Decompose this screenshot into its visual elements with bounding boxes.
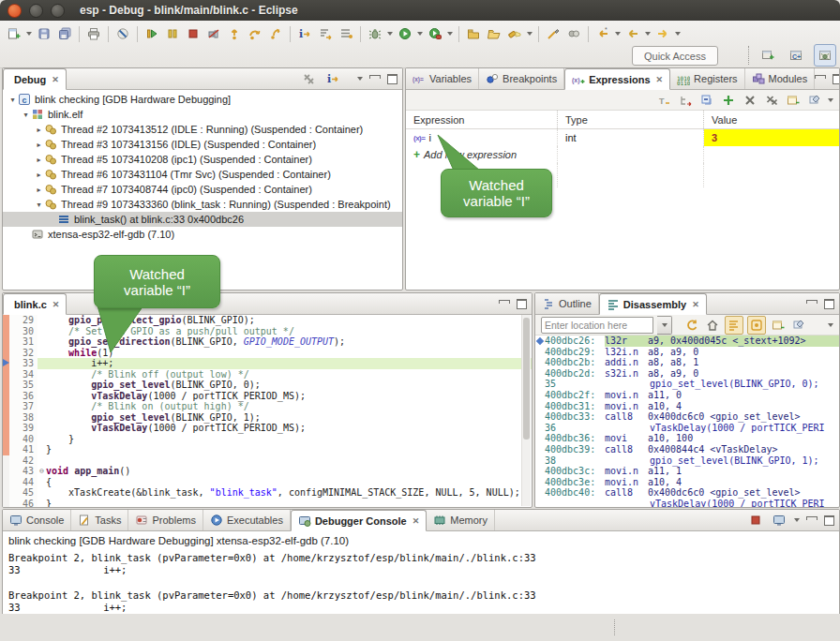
debug-tree-row[interactable]: ▸Thread #2 1073413512 (IDLE : Running) (… (3, 122, 402, 137)
last-edit-location-dropdown[interactable] (613, 23, 622, 44)
console-output[interactable]: blink checking [GDB Hardware Debugging] … (3, 531, 839, 616)
gutter-annotation[interactable] (3, 391, 9, 402)
window-minimize-button[interactable] (29, 4, 43, 18)
gutter-annotation[interactable] (3, 348, 9, 359)
show-type-names-button[interactable]: T (655, 92, 672, 109)
run-launch-button[interactable] (395, 23, 415, 44)
open-perspective-button[interactable] (758, 45, 778, 66)
gutter-annotation[interactable] (3, 455, 9, 467)
debug-tree-row[interactable]: ▸Thread #7 1073408744 (ipc0) (Suspended … (3, 182, 402, 197)
remove-all-expressions-button[interactable] (763, 92, 780, 109)
remove-all-terminated-button[interactable] (300, 70, 317, 87)
debug-tree-row[interactable]: blink_task() at blink.c:33 0x400dbc26 (3, 212, 402, 227)
tab-close-icon[interactable]: ✕ (412, 516, 420, 526)
tree-expander-icon[interactable]: ▾ (8, 96, 17, 104)
skip-all-breakpoints-button[interactable] (112, 23, 133, 44)
back-button[interactable] (622, 23, 643, 44)
tab-executables[interactable]: Executables (203, 510, 291, 530)
gutter-annotation[interactable] (3, 499, 9, 509)
maximize-icon[interactable] (824, 515, 834, 526)
tab-registers[interactable]: 10100110Registers (670, 68, 744, 89)
step-over-button[interactable] (245, 23, 265, 44)
new-view-button[interactable] (770, 317, 787, 334)
maximize-icon[interactable] (832, 74, 840, 84)
display-selected-console-button[interactable] (771, 512, 788, 529)
quick-access-button[interactable]: Quick Access (632, 46, 718, 66)
instruction-stepping-button[interactable]: i (294, 23, 315, 44)
gutter-annotation[interactable] (3, 401, 9, 412)
tab-disassembly[interactable]: Disassembly✕ (599, 293, 707, 315)
column-value[interactable]: Value (704, 111, 839, 128)
debug-tree-row[interactable]: ▾blink.elf (3, 107, 402, 122)
tab-debug[interactable]: Debug✕ (3, 68, 67, 90)
tree-expander-icon[interactable]: ▸ (35, 126, 43, 134)
new-wizard-button[interactable] (4, 23, 24, 44)
save-button[interactable] (34, 23, 54, 44)
tree-expander-icon[interactable]: ▾ (35, 201, 43, 209)
step-return-button[interactable] (265, 23, 286, 44)
tab-blink-c[interactable]: blink.c✕ (3, 293, 67, 315)
gutter-annotation[interactable] (3, 477, 9, 488)
gutter-annotation[interactable] (3, 358, 9, 369)
minimize-icon[interactable] (815, 75, 826, 79)
search-button[interactable] (504, 23, 525, 44)
remove-expression-button[interactable] (742, 92, 758, 109)
tab-breakpoints[interactable]: Breakpoints (479, 68, 564, 89)
location-input[interactable]: Enter location here (541, 317, 653, 334)
view-menu-icon[interactable] (357, 77, 363, 81)
debug-launch-button[interactable] (365, 23, 385, 44)
editor-scrollbar[interactable] (521, 315, 531, 506)
save-all-button[interactable] (54, 23, 75, 44)
gutter-annotation[interactable] (3, 434, 9, 445)
tab-close-icon[interactable]: ✕ (52, 300, 60, 309)
new-view-button[interactable] (785, 92, 802, 109)
gutter-annotation[interactable] (3, 369, 9, 380)
tree-expander-icon[interactable]: ▸ (35, 156, 43, 164)
tab-outline[interactable]: Outline (535, 293, 599, 314)
external-tools-button[interactable] (425, 23, 445, 44)
instruction-stepping-button[interactable]: i (324, 70, 341, 87)
back-dropdown[interactable] (643, 23, 652, 44)
debug-tree-row[interactable]: ▸Thread #5 1073410208 (ipc1) (Suspended … (3, 152, 402, 167)
debug-tree-row[interactable]: ▸Thread #6 1073431104 (Tmr Svc) (Suspend… (3, 167, 402, 182)
external-tools-dropdown[interactable] (445, 23, 455, 44)
terminate-console-button[interactable] (747, 512, 764, 529)
new-wizard-dropdown[interactable] (24, 23, 34, 44)
debug-tree-row[interactable]: ▸Thread #3 1073413156 (IDLE) (Suspended … (3, 137, 402, 152)
column-type[interactable]: Type (558, 111, 704, 128)
run-launch-dropdown[interactable] (415, 23, 425, 44)
expression-value-cell[interactable]: 3 (704, 129, 839, 146)
disassembly-listing[interactable]: 400dbc26:l32ra9, 0x400d045c <_stext+1092… (535, 335, 839, 508)
disconnect-button[interactable] (203, 23, 224, 44)
debug-tree-row[interactable]: ▾cblink checking [GDB Hardware Debugging… (3, 92, 402, 107)
resume-button[interactable] (142, 23, 162, 44)
mark-occurrences-button[interactable] (543, 23, 563, 44)
tab-tasks[interactable]: Tasks (71, 510, 128, 530)
debug-tree-row[interactable]: xtensa-esp32-elf-gdb (7.10) (3, 227, 402, 242)
tab-modules[interactable]: Modules (745, 68, 816, 89)
pin-view-button[interactable] (806, 92, 823, 109)
tab-memory[interactable]: Memory (427, 510, 495, 530)
tree-expander-icon[interactable]: ▸ (35, 141, 43, 149)
gutter-annotation[interactable] (3, 487, 9, 499)
window-maximize-button[interactable] (51, 4, 65, 18)
tab-debugger-console[interactable]: Debugger Console✕ (291, 510, 427, 531)
gutter-annotation[interactable] (3, 412, 9, 424)
fold-marker-icon[interactable]: ⊖ (38, 466, 46, 477)
minimize-icon[interactable] (806, 300, 818, 304)
tree-expander-icon[interactable]: ▸ (35, 171, 43, 179)
gutter-annotation[interactable] (3, 326, 9, 337)
debug-perspective-button[interactable] (814, 44, 836, 67)
cpp-perspective-button[interactable]: C+ (786, 45, 806, 66)
tab-variables[interactable]: (x)=Variables (406, 68, 479, 89)
step-into-button[interactable] (224, 23, 245, 44)
search-dropdown[interactable] (525, 23, 534, 44)
forward-dropdown[interactable] (673, 23, 682, 44)
collapse-all-button[interactable] (698, 92, 715, 109)
show-logical-structure-button[interactable] (677, 92, 694, 109)
breakpoint-types-button[interactable] (336, 23, 356, 44)
gutter-annotation[interactable] (3, 315, 9, 326)
home-button[interactable] (704, 317, 721, 334)
maximize-icon[interactable] (387, 74, 398, 84)
maximize-icon[interactable] (517, 299, 527, 309)
